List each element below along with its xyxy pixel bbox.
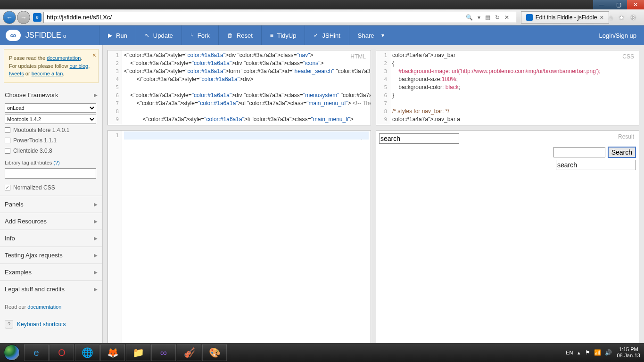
network-icon[interactable]: 📶 xyxy=(594,349,601,356)
jshint-button[interactable]: ✓JSHint xyxy=(305,25,348,45)
choose-framework-header[interactable]: Choose Framework▶ xyxy=(0,87,102,102)
tidy-icon: ≡ xyxy=(270,32,273,39)
main-area: × Please read the documentation. For upd… xyxy=(0,45,644,362)
html-pane[interactable]: HTML 123456789 <"color:#3a7a3a">style="c… xyxy=(107,50,371,125)
result-search-button[interactable]: Search xyxy=(608,147,636,158)
clientcide-checkbox[interactable] xyxy=(5,148,10,154)
home-icon[interactable]: ⌂ xyxy=(609,14,613,21)
framework-select[interactable]: Mootools 1.4.2 xyxy=(5,115,96,124)
back-button[interactable]: ← xyxy=(3,11,16,24)
chrome-taskbar-icon[interactable]: 🌐 xyxy=(75,344,99,361)
jsfiddle-logo-icon[interactable] xyxy=(6,30,21,41)
checkbox-label: Normalized CSS xyxy=(13,184,55,191)
read-documentation: Read our documentation xyxy=(0,297,102,316)
tidyup-button[interactable]: ≡TidyUp xyxy=(261,25,305,45)
css-pane[interactable]: CSS 123456789 color:#1a4a7a">.nav_bar{ #… xyxy=(376,50,639,125)
login-link[interactable]: Login/Sign up xyxy=(591,32,644,39)
windows-orb-icon xyxy=(4,345,20,361)
onload-select[interactable]: onLoad xyxy=(5,103,96,113)
reset-button[interactable]: 🗑Reset xyxy=(218,25,261,45)
forward-button[interactable]: → xyxy=(17,11,30,24)
update-icon: ↖ xyxy=(145,32,149,39)
result-search-input-3[interactable] xyxy=(556,160,636,170)
add-resources-section[interactable]: Add Resources▶ xyxy=(0,213,102,230)
line-gutter: 123456789 xyxy=(108,50,122,125)
browser-tab[interactable]: Edit this Fiddle - jsFiddle × xyxy=(521,11,609,24)
normalized-css-checkbox[interactable]: ✓ xyxy=(5,185,10,190)
ajax-section[interactable]: Testing Ajax requests▶ xyxy=(0,247,102,263)
url-text: http://jsfiddle.net/s5LXc/ xyxy=(47,14,112,21)
run-button[interactable]: ▶Run xyxy=(99,25,136,45)
system-tray: EN ▴ ⚑ 📶 🔊 1:15 PM 08-Jan-13 xyxy=(566,346,644,359)
active-line xyxy=(124,132,369,140)
result-search-input-2[interactable] xyxy=(553,147,605,157)
checkbox-label: Clientcide 3.0.8 xyxy=(13,148,52,154)
vs-taskbar-icon[interactable]: ∞ xyxy=(151,344,176,361)
chevron-down-icon: ▾ xyxy=(381,32,384,39)
page-favicon: e xyxy=(33,13,41,22)
firefox-taskbar-icon[interactable]: 🦊 xyxy=(100,344,125,361)
check-icon: ✓ xyxy=(314,32,318,39)
paint-taskbar-icon[interactable]: 🎨 xyxy=(202,344,227,361)
address-bar[interactable]: http://jsfiddle.net/s5LXc/ 🔍 ▾ ▦ ↻ ✕ xyxy=(43,12,516,23)
opera-taskbar-icon[interactable]: O xyxy=(50,344,74,361)
help-link[interactable]: (?) xyxy=(53,160,59,165)
tab-close-icon[interactable]: × xyxy=(600,14,603,21)
notice-box: × Please read the documentation. For upd… xyxy=(4,49,99,83)
css-code[interactable]: color:#1a4a7a">.nav_bar{ #background-ima… xyxy=(392,51,637,123)
compat-icon[interactable]: ▦ xyxy=(485,14,490,21)
result-pane: Result Search xyxy=(376,130,639,357)
dropdown-icon[interactable]: ▾ xyxy=(478,14,480,21)
doc-link[interactable]: documentation xyxy=(47,55,81,61)
tweets-link[interactable]: tweets xyxy=(9,71,24,76)
stop-icon[interactable]: ✕ xyxy=(504,14,509,21)
help-icon[interactable]: ? xyxy=(5,320,13,329)
update-button[interactable]: ↖Update xyxy=(136,25,182,45)
maximize-button[interactable]: ▢ xyxy=(610,0,627,9)
explorer-taskbar-icon[interactable]: 📁 xyxy=(126,344,150,361)
result-search-input-1[interactable] xyxy=(379,133,459,144)
favorites-icon[interactable]: ★ xyxy=(619,14,625,21)
library-attr-label: Library tag attributes (?) xyxy=(0,156,102,167)
share-button[interactable]: Share▾ xyxy=(349,25,393,45)
trash-icon: 🗑 xyxy=(227,32,233,39)
result-pane-label: Result xyxy=(616,132,636,141)
powertools-checkbox[interactable] xyxy=(5,138,10,143)
sidebar: × Please read the documentation. For upd… xyxy=(0,45,103,362)
play-icon: ▶ xyxy=(108,32,112,39)
tools-icon[interactable]: ⚙ xyxy=(630,14,636,21)
clock[interactable]: 1:15 PM 08-Jan-13 xyxy=(617,346,640,359)
examples-section[interactable]: Examples▶ xyxy=(0,263,102,280)
app-title: JSFIDDLE α xyxy=(25,31,66,40)
blog-link[interactable]: our blog xyxy=(69,63,88,69)
keyboard-shortcuts-link[interactable]: Keyboard shortcuts xyxy=(17,321,66,328)
checkbox-label: Mootools More 1.4.0.1 xyxy=(13,127,69,133)
fork-button[interactable]: ⑂Fork xyxy=(182,25,218,45)
notice-close-icon[interactable]: × xyxy=(92,50,96,60)
close-button[interactable]: ✕ xyxy=(627,0,644,9)
browser-navbar: ← → e http://jsfiddle.net/s5LXc/ 🔍 ▾ ▦ ↻… xyxy=(0,9,644,25)
javascript-pane[interactable]: JavaScript 1 xyxy=(107,130,371,357)
volume-icon[interactable]: 🔊 xyxy=(605,349,612,356)
start-button[interactable] xyxy=(0,343,24,362)
library-attr-input[interactable] xyxy=(5,168,96,179)
line-gutter: 123456789 xyxy=(376,50,390,125)
flag-icon[interactable]: ⚑ xyxy=(585,349,590,356)
keyboard-shortcuts-row: ? Keyboard shortcuts xyxy=(0,316,102,332)
html-code[interactable]: <"color:#3a7a3a">style="color:#1a6a1a">d… xyxy=(124,51,369,123)
app-taskbar-icon[interactable]: 🎻 xyxy=(177,344,201,361)
info-section[interactable]: Info▶ xyxy=(0,230,102,247)
checkbox-label: PowerTools 1.1.1 xyxy=(13,137,57,144)
fan-link[interactable]: become a fan xyxy=(32,71,63,76)
search-icon[interactable]: 🔍 xyxy=(466,14,473,21)
doc-link-2[interactable]: documentation xyxy=(27,304,61,310)
minimize-button[interactable]: — xyxy=(593,0,610,9)
mootools-more-checkbox[interactable] xyxy=(5,127,10,133)
refresh-icon[interactable]: ↻ xyxy=(495,14,500,21)
line-gutter: 1 xyxy=(108,131,122,357)
panels-section[interactable]: Panels▶ xyxy=(0,196,102,213)
ie-taskbar-icon[interactable]: e xyxy=(24,344,49,361)
language-indicator[interactable]: EN xyxy=(566,350,573,355)
tray-arrow-icon[interactable]: ▴ xyxy=(578,350,580,356)
legal-section[interactable]: Legal stuff and credits▶ xyxy=(0,280,102,297)
